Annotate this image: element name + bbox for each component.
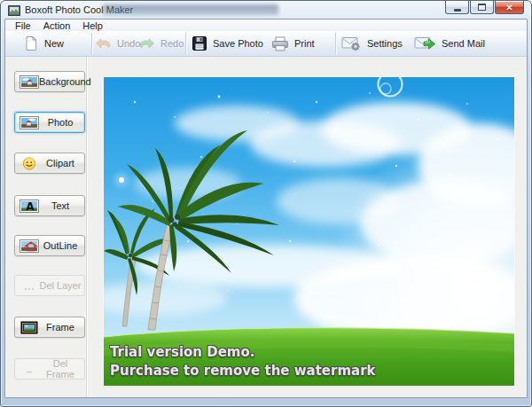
del-layer-icon xyxy=(20,279,39,293)
toolbar-separator xyxy=(335,33,336,54)
background-label: Background xyxy=(39,76,94,87)
clipart-label: Clipart xyxy=(39,158,84,168)
menubar: File Action Help xyxy=(5,20,527,31)
menu-file[interactable]: File xyxy=(9,20,37,31)
toolbar-separator xyxy=(91,33,92,54)
undo-button[interactable]: Undo xyxy=(95,31,140,56)
gear-icon xyxy=(351,43,360,51)
client-area: File Action Help New Undo xyxy=(4,19,528,398)
sidebar-button-del-layer[interactable]: Del Layer xyxy=(14,275,85,296)
sun-dot xyxy=(114,173,129,187)
sidebar-button-photo[interactable]: Photo xyxy=(14,112,85,133)
photo-label: Photo xyxy=(39,117,84,128)
send-mail-button[interactable]: Send Mail xyxy=(414,31,485,56)
del-frame-label: Del Frame xyxy=(39,358,84,380)
floppy-disk-icon xyxy=(192,35,207,51)
toolbar-separator xyxy=(185,33,186,54)
new-button[interactable]: New xyxy=(23,31,64,56)
background-photo-icon xyxy=(20,75,39,89)
settings-button[interactable]: Settings xyxy=(341,31,403,56)
app-window: Boxoft Photo Cool Maker ✕ File Action He… xyxy=(0,0,532,407)
print-button[interactable]: Print xyxy=(271,31,315,56)
send-mail-label: Send Mail xyxy=(442,38,485,49)
settings-envelope-gear-icon xyxy=(341,35,362,51)
save-photo-label: Save Photo xyxy=(213,38,263,49)
redo-arrow-icon xyxy=(138,37,155,51)
app-icon xyxy=(8,5,20,16)
svg-text:A: A xyxy=(26,200,35,213)
smiley-clipart-icon xyxy=(20,157,39,170)
sidebar-button-clipart[interactable]: Clipart xyxy=(14,153,85,174)
printer-icon xyxy=(271,36,289,51)
redacted-text-blur xyxy=(103,4,278,15)
close-icon: ✕ xyxy=(505,1,512,14)
send-mail-icon xyxy=(414,35,436,51)
maximize-icon xyxy=(478,4,486,11)
sidebar-button-del-frame[interactable]: Del Frame xyxy=(14,358,85,380)
new-label: New xyxy=(44,38,64,49)
watermark-text: Trial version Demo. Purchase to remove t… xyxy=(110,343,376,380)
text-label: Text xyxy=(39,200,84,211)
sidebar-button-text[interactable]: A Text xyxy=(14,195,85,216)
undo-label: Undo xyxy=(117,38,140,49)
menu-help[interactable]: Help xyxy=(76,20,109,31)
watermark-line-2: Purchase to remove the watermark xyxy=(110,362,376,380)
toolbar: New Undo Redo xyxy=(5,31,527,57)
close-button[interactable]: ✕ xyxy=(495,1,524,14)
frame-icon xyxy=(20,321,39,334)
menu-action[interactable]: Action xyxy=(37,20,77,31)
redo-button[interactable]: Redo xyxy=(138,31,184,56)
sidebar-button-background[interactable]: Background xyxy=(14,71,85,92)
sidebar-button-frame[interactable]: Frame xyxy=(14,317,85,338)
new-page-icon xyxy=(23,35,39,51)
maximize-button[interactable] xyxy=(470,1,494,14)
sidebar: Background Photo xyxy=(5,57,87,397)
titlebar[interactable]: Boxoft Photo Cool Maker ✕ xyxy=(1,1,531,19)
minimize-icon xyxy=(454,9,461,12)
del-layer-label: Del Layer xyxy=(39,280,84,291)
text-icon: A xyxy=(20,200,39,213)
undo-arrow-icon xyxy=(95,37,112,51)
photo-icon xyxy=(20,116,39,129)
canvas-area: Trial version Demo. Purchase to remove t… xyxy=(88,57,527,397)
frame-label: Frame xyxy=(39,322,84,333)
content-panel: Background Photo xyxy=(5,57,527,397)
minimize-button[interactable] xyxy=(445,1,469,14)
save-photo-button[interactable]: Save Photo xyxy=(192,31,263,56)
sidebar-button-outline[interactable]: OutLine xyxy=(14,235,85,256)
photo-canvas[interactable]: Trial version Demo. Purchase to remove t… xyxy=(104,77,514,386)
settings-label: Settings xyxy=(367,38,403,49)
outline-label: OutLine xyxy=(39,240,84,251)
print-label: Print xyxy=(294,38,315,49)
outline-icon xyxy=(20,239,39,253)
photo-scene xyxy=(104,77,514,386)
del-frame-icon xyxy=(20,363,39,376)
redo-label: Redo xyxy=(160,38,184,49)
watermark-line-1: Trial version Demo. xyxy=(110,343,376,362)
